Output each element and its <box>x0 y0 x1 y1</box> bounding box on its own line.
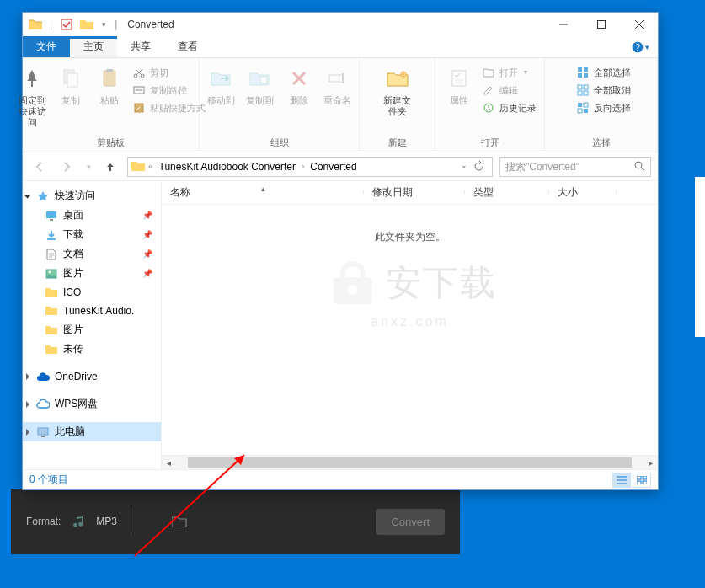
content-area: 名称 ▴ 修改日期 类型 大小 此文件夹为空。 安下载 anxz.com ◂ ▸ <box>162 181 658 469</box>
svg-rect-15 <box>452 71 466 86</box>
svg-rect-40 <box>643 481 647 484</box>
sidebar-pictures2[interactable]: 图片 <box>23 320 161 339</box>
ribbon-tabs: 文件 主页 共享 查看 ? ▾ <box>23 36 658 58</box>
details-view-toggle[interactable] <box>612 473 631 488</box>
qat-folder-icon[interactable] <box>79 17 94 32</box>
ribbon: 固定到快速访问 复制 粘贴 剪切 复制路径 <box>23 58 658 152</box>
search-icon[interactable] <box>634 161 645 172</box>
svg-rect-28 <box>584 109 588 113</box>
svg-point-29 <box>635 162 642 168</box>
new-folder-button[interactable]: 新建文件夹 <box>378 63 417 119</box>
sidebar-this-pc[interactable]: 此电脑 <box>23 422 161 441</box>
maximize-button[interactable] <box>582 13 620 36</box>
explorer-window: | ▾ | Converted 文件 主页 共享 查看 <box>22 12 659 490</box>
paste-button[interactable]: 粘贴 <box>90 63 129 108</box>
svg-rect-20 <box>584 73 588 78</box>
format-value[interactable]: MP3 <box>96 516 117 527</box>
chevron-down-icon[interactable]: ▾ <box>99 17 108 32</box>
checkbox-icon[interactable] <box>59 17 74 32</box>
properties-button[interactable]: 属性 <box>440 63 478 108</box>
pin-icon: 📌 <box>142 249 152 259</box>
close-button[interactable] <box>620 13 658 36</box>
search-input[interactable] <box>499 157 651 177</box>
tab-home[interactable]: 主页 <box>70 36 117 57</box>
svg-rect-0 <box>61 19 72 29</box>
col-size[interactable]: 大小 <box>549 185 617 200</box>
delete-button[interactable]: 删除 <box>280 63 318 108</box>
select-all-button[interactable]: 全部选择 <box>573 65 634 80</box>
horizontal-scrollbar[interactable]: ◂ ▸ <box>162 455 658 469</box>
svg-rect-25 <box>578 103 582 107</box>
minimize-button[interactable] <box>544 13 582 36</box>
svg-rect-6 <box>104 71 115 86</box>
tab-view[interactable]: 查看 <box>164 36 211 57</box>
address-dropdown[interactable]: ⌄ <box>457 161 472 172</box>
format-label: Format: <box>26 516 61 527</box>
edit-button[interactable]: 编辑 <box>478 83 540 98</box>
sidebar-weichuan[interactable]: 未传 <box>23 339 161 359</box>
crumb-current[interactable]: Converted <box>307 161 359 173</box>
sidebar-tuneskit[interactable]: TunesKit.Audio. <box>23 302 161 320</box>
forward-button[interactable] <box>56 157 77 177</box>
svg-rect-23 <box>578 91 582 95</box>
folder-icon <box>45 323 58 337</box>
col-name[interactable]: 名称 ▴ <box>162 185 364 200</box>
open-button[interactable]: 打开▾ <box>478 65 540 80</box>
empty-folder-message: 此文件夹为空。 <box>162 205 658 244</box>
pin-quick-access-button[interactable]: 固定到快速访问 <box>13 63 51 131</box>
sidebar-desktop[interactable]: 桌面 📌 <box>23 206 161 225</box>
refresh-icon[interactable] <box>473 161 489 172</box>
sidebar-onedrive[interactable]: OneDrive <box>23 367 161 386</box>
col-date[interactable]: 修改日期 <box>364 185 465 200</box>
sidebar-pictures[interactable]: 图片 📌 <box>23 264 161 283</box>
desktop-icon <box>45 209 58 222</box>
move-to-button[interactable]: 移动到 <box>202 63 241 108</box>
help-icon[interactable]: ? ▾ <box>623 36 658 57</box>
rename-button[interactable]: 重命名 <box>318 63 357 108</box>
col-type[interactable]: 类型 <box>465 185 549 200</box>
svg-rect-7 <box>106 69 113 72</box>
document-icon <box>45 248 58 261</box>
svg-rect-39 <box>637 481 641 484</box>
sidebar-quick-access[interactable]: 快速访问 <box>23 186 161 206</box>
crumb-parent[interactable]: TunesKit Audiobook Converter <box>157 161 298 173</box>
scroll-left-icon[interactable]: ◂ <box>162 456 176 470</box>
svg-rect-12 <box>260 77 267 83</box>
folder-icon <box>45 304 58 318</box>
format-icon <box>71 514 86 529</box>
svg-rect-13 <box>329 75 343 82</box>
tab-file[interactable]: 文件 <box>23 36 70 57</box>
select-none-button[interactable]: 全部取消 <box>573 83 634 98</box>
tab-share[interactable]: 共享 <box>117 36 164 57</box>
breadcrumb[interactable]: « TunesKit Audiobook Converter › Convert… <box>127 157 493 177</box>
open-folder-icon[interactable] <box>170 514 189 529</box>
sidebar-documents[interactable]: 文档 📌 <box>23 244 161 264</box>
tuneskit-footer: Format: MP3 Convert <box>11 489 460 554</box>
folder-icon <box>45 343 58 356</box>
icons-view-toggle[interactable] <box>633 473 651 488</box>
svg-rect-37 <box>637 476 641 479</box>
copy-to-button[interactable]: 复制到 <box>241 63 280 108</box>
history-button[interactable]: 历史记录 <box>478 100 540 115</box>
picture-icon <box>45 267 58 281</box>
invert-selection-button[interactable]: 反向选择 <box>573 100 634 115</box>
svg-rect-19 <box>578 73 582 78</box>
window-title: Converted <box>127 19 174 30</box>
sidebar-ico[interactable]: ICO <box>23 283 161 302</box>
folder-icon <box>45 286 58 299</box>
sort-ascending-icon: ▴ <box>261 184 265 193</box>
sidebar-wps[interactable]: WPS网盘 <box>23 394 161 414</box>
svg-rect-38 <box>643 476 647 479</box>
scroll-right-icon[interactable]: ▸ <box>644 456 658 470</box>
sidebar-downloads[interactable]: 下载 📌 <box>23 225 161 244</box>
copy-button[interactable]: 复制 <box>51 63 90 108</box>
cloud-icon <box>36 398 50 411</box>
column-headers: 名称 ▴ 修改日期 类型 大小 <box>162 181 658 205</box>
svg-text:?: ? <box>635 42 640 51</box>
svg-rect-21 <box>578 85 582 89</box>
convert-button[interactable]: Convert <box>376 509 445 535</box>
up-button[interactable] <box>100 157 120 177</box>
svg-rect-27 <box>578 109 582 113</box>
back-button[interactable] <box>29 157 50 177</box>
recent-dropdown[interactable]: ▾ <box>83 157 93 177</box>
